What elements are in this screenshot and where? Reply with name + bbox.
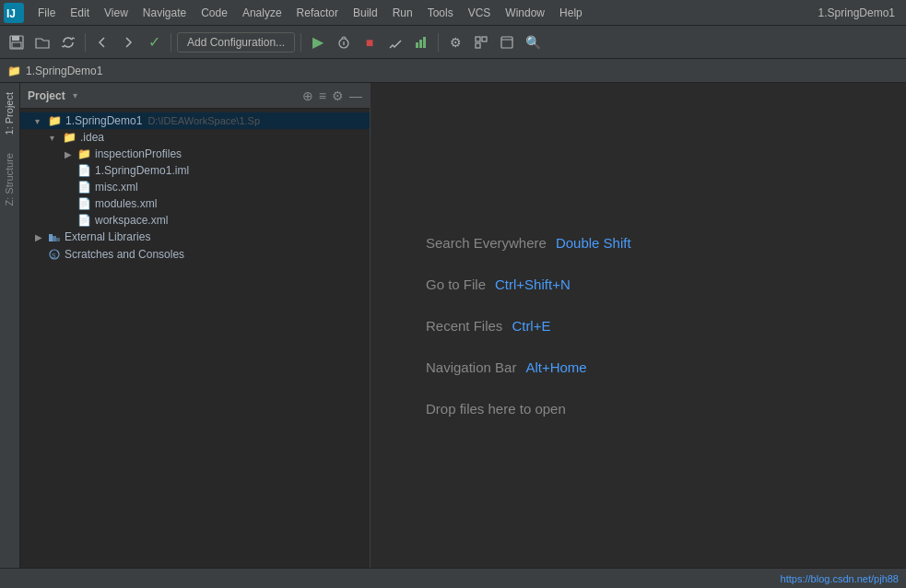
panel-settings-icon[interactable]: ⚙ xyxy=(332,88,344,103)
sidebar-tab-project[interactable]: 1: Project xyxy=(0,83,19,144)
window-title: 1.SpringDemo1 xyxy=(818,6,902,19)
tree-item-external-libs[interactable]: ▶ External Libraries xyxy=(20,229,370,246)
sidebar-tab-structure[interactable]: Z: Structure xyxy=(0,144,19,215)
tree-caret-idea: ▾ xyxy=(50,133,63,143)
settings-button[interactable]: ⚙ xyxy=(444,31,466,53)
tree-label-idea: .idea xyxy=(80,131,104,144)
tree-item-iml[interactable]: 📄 1.SpringDemo1.iml xyxy=(20,162,370,179)
hint-shortcut-gotofile: Ctrl+Shift+N xyxy=(495,276,571,292)
tree-item-modules-xml[interactable]: 📄 modules.xml xyxy=(20,195,370,212)
svg-text:S: S xyxy=(52,253,56,259)
main-content: Search Everywhere Double Shift Go to Fil… xyxy=(371,83,906,568)
tree-label-iml: 1.SpringDemo1.iml xyxy=(95,164,189,177)
project-panel-header: Project ▾ ⊕ ≡ ⚙ — xyxy=(20,83,370,109)
toolbar: ✓ Add Configuration... ▶ ■ ⚙ 🔍 xyxy=(0,26,906,59)
file-tree: ▾ 📁 1.SpringDemo1 D:\IDEAWorkSpace\1.Sp … xyxy=(20,109,370,568)
panel-locate-icon[interactable]: ⊕ xyxy=(302,88,313,103)
main-layout: 1: Project Z: Structure Project ▾ ⊕ ≡ ⚙ … xyxy=(0,83,906,568)
left-sidebar-tabs: 1: Project Z: Structure xyxy=(0,83,20,568)
menu-window[interactable]: Window xyxy=(499,4,551,22)
project-structure-button[interactable] xyxy=(470,31,492,53)
forward-button[interactable] xyxy=(117,31,139,53)
back-button[interactable] xyxy=(91,31,113,53)
coverage-button[interactable] xyxy=(410,31,432,53)
project-title-bar: 📁 1.SpringDemo1 xyxy=(0,59,906,83)
idea-folder-icon: 📁 xyxy=(63,131,76,144)
tree-item-scratches[interactable]: S Scratches and Consoles xyxy=(20,246,370,263)
scratches-icon: S xyxy=(48,248,61,261)
tree-label-root: 1.SpringDemo1 xyxy=(65,114,142,127)
svg-rect-9 xyxy=(423,37,426,48)
panel-hide-icon[interactable]: — xyxy=(349,88,362,103)
toolbar-separator-1 xyxy=(85,33,86,52)
open-button[interactable] xyxy=(31,31,53,53)
menu-build[interactable]: Build xyxy=(347,4,384,22)
hint-row-navbar: Navigation Bar Alt+Home xyxy=(426,359,587,375)
tree-label-inspection: inspectionProfiles xyxy=(95,147,182,160)
hint-row-gotofile: Go to File Ctrl+Shift+N xyxy=(426,276,571,292)
menu-analyze[interactable]: Analyze xyxy=(236,4,288,22)
tree-label-misc-xml: misc.xml xyxy=(95,181,138,194)
tree-caret-extlibs: ▶ xyxy=(35,232,48,242)
save-button[interactable] xyxy=(6,31,28,53)
app-logo: IJ xyxy=(4,3,24,23)
workspace-xml-icon: 📄 xyxy=(77,214,91,227)
svg-rect-15 xyxy=(49,234,53,241)
tree-path-root: D:\IDEAWorkSpace\1.Sp xyxy=(147,115,260,126)
tree-item-inspection[interactable]: ▶ 📁 inspectionProfiles xyxy=(20,146,370,162)
svg-rect-3 xyxy=(12,36,19,41)
menu-vcs[interactable]: VCS xyxy=(462,4,498,22)
menu-tools[interactable]: Tools xyxy=(421,4,460,22)
tree-item-misc-xml[interactable]: 📄 misc.xml xyxy=(20,179,370,195)
menu-code[interactable]: Code xyxy=(194,4,234,22)
svg-rect-17 xyxy=(56,238,60,241)
status-url[interactable]: https://blog.csdn.net/pjh88 xyxy=(781,573,899,584)
hint-row-search: Search Everywhere Double Shift xyxy=(426,235,631,251)
toolbar-separator-3 xyxy=(300,33,301,52)
iml-file-icon: 📄 xyxy=(77,164,91,177)
panel-header-icons: ⊕ ≡ ⚙ — xyxy=(302,88,362,103)
stop-button[interactable]: ■ xyxy=(359,31,381,53)
build-button[interactable] xyxy=(384,31,406,53)
menu-navigate[interactable]: Navigate xyxy=(136,4,193,22)
tree-label-modules-xml: modules.xml xyxy=(95,197,157,210)
run-button[interactable]: ▶ xyxy=(307,31,329,53)
hint-shortcut-recentfiles: Ctrl+E xyxy=(512,318,550,334)
menu-help[interactable]: Help xyxy=(553,4,589,22)
project-panel: Project ▾ ⊕ ≡ ⚙ — ▾ 📁 1.SpringDemo1 D:\I… xyxy=(20,83,371,568)
menu-refactor[interactable]: Refactor xyxy=(290,4,345,22)
tree-item-root[interactable]: ▾ 📁 1.SpringDemo1 D:\IDEAWorkSpace\1.Sp xyxy=(20,112,370,129)
menu-bar: IJ File Edit View Navigate Code Analyze … xyxy=(0,0,906,26)
hint-row-drop: Drop files here to open xyxy=(426,401,566,417)
tree-label-scratches: Scratches and Consoles xyxy=(65,248,184,261)
project-folder-icon: 📁 xyxy=(7,65,21,77)
tree-caret-inspection: ▶ xyxy=(65,149,77,159)
debug-button[interactable] xyxy=(333,31,355,53)
frame-button[interactable] xyxy=(496,31,518,53)
add-configuration-button[interactable]: Add Configuration... xyxy=(177,32,295,53)
hint-label-gotofile: Go to File xyxy=(426,276,486,292)
sync-button[interactable] xyxy=(57,31,79,53)
svg-rect-16 xyxy=(53,236,56,241)
menu-view[interactable]: View xyxy=(98,4,135,22)
root-folder-icon: 📁 xyxy=(48,114,62,127)
svg-rect-13 xyxy=(501,37,512,48)
hint-label-navbar: Navigation Bar xyxy=(426,359,516,375)
menu-run[interactable]: Run xyxy=(386,4,419,22)
svg-rect-12 xyxy=(476,43,480,48)
tree-label-workspace-xml: workspace.xml xyxy=(95,214,168,227)
search-everywhere-button[interactable]: 🔍 xyxy=(522,31,544,53)
project-panel-caret[interactable]: ▾ xyxy=(73,90,77,100)
checkmark-button[interactable]: ✓ xyxy=(143,31,165,53)
svg-text:IJ: IJ xyxy=(6,7,16,20)
tree-item-workspace-xml[interactable]: 📄 workspace.xml xyxy=(20,212,370,229)
hint-shortcut-navbar: Alt+Home xyxy=(525,359,586,375)
hint-shortcut-search: Double Shift xyxy=(556,235,631,251)
menu-file[interactable]: File xyxy=(31,4,62,22)
hint-label-recentfiles: Recent Files xyxy=(426,318,502,334)
panel-collapse-icon[interactable]: ≡ xyxy=(319,88,326,103)
svg-rect-7 xyxy=(416,42,418,48)
hint-label-search: Search Everywhere xyxy=(426,235,547,251)
tree-item-idea[interactable]: ▾ 📁 .idea xyxy=(20,129,370,146)
menu-edit[interactable]: Edit xyxy=(64,4,96,22)
